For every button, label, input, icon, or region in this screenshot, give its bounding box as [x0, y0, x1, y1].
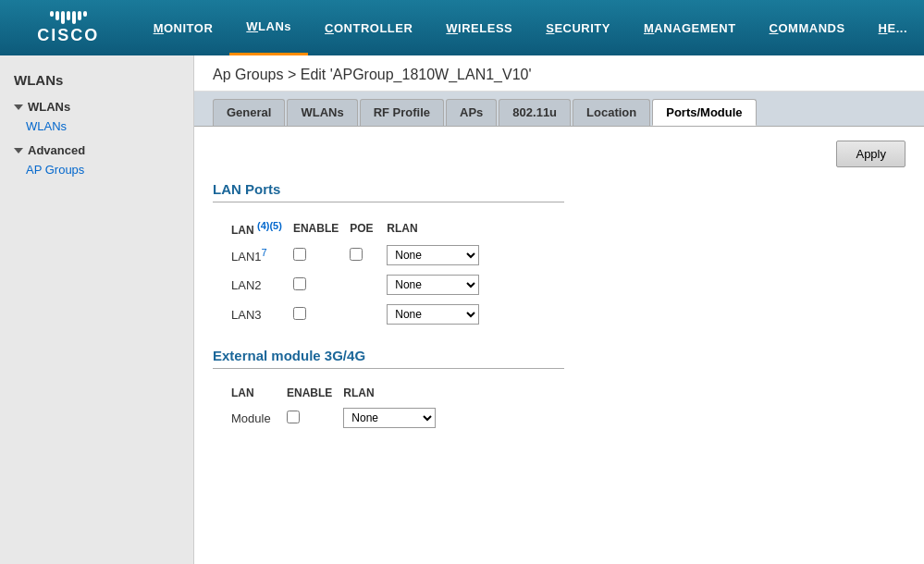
tab-rf-profile[interactable]: RF Profile [360, 99, 444, 126]
poe-cell-lan3 [350, 300, 387, 329]
external-module-section: External module 3G/4G LAN ENABLE RLAN Mo… [213, 348, 906, 433]
col-header-lan: LAN (4)(5) [231, 216, 293, 240]
lan-table-row: LAN3None [231, 300, 490, 329]
lan-footnote-lan1[interactable]: 7 [262, 247, 267, 258]
sidebar-advanced-group[interactable]: Advanced [0, 136, 193, 160]
col-header-poe: POE [350, 216, 387, 240]
lan-label-lan1: LAN17 [231, 240, 293, 270]
enable-cell-lan2 [293, 270, 350, 300]
external-module-divider [213, 368, 564, 369]
ext-enable-checkbox-module[interactable] [287, 411, 300, 423]
enable-cell-lan1 [293, 240, 350, 270]
triangle-icon [14, 104, 23, 110]
lan-ports-tbody: LAN17NoneLAN2NoneLAN3None [231, 240, 490, 329]
ext-col-header-rlan: RLAN [343, 383, 447, 403]
nav-wireless[interactable]: WIRELESS [429, 0, 529, 55]
tabs-bar: General WLANs RF Profile APs 802.11u Loc… [194, 92, 924, 127]
sidebar: WLANs WLANs WLANs Advanced AP Groups [0, 55, 194, 564]
nav-management[interactable]: MANAGEMENT [627, 0, 753, 55]
logo-area: CISCO [0, 0, 137, 55]
nav-security[interactable]: SECURITY [529, 0, 627, 55]
ext-rlan-select-module[interactable]: None [343, 408, 436, 428]
external-module-table: LAN ENABLE RLAN ModuleNone [231, 383, 447, 433]
col-header-enable: ENABLE [293, 216, 350, 240]
ext-rlan-cell-module: None [343, 403, 447, 433]
content-body: Apply LAN Ports LAN (4)(5) ENABLE POE RL… [194, 127, 924, 447]
tab-wlans[interactable]: WLANs [287, 99, 357, 126]
sidebar-wlans-link[interactable]: WLANs [0, 116, 193, 136]
content: Ap Groups > Edit 'APGroup_1810W_LAN1_V10… [194, 55, 924, 564]
lan-label-lan3: LAN3 [231, 300, 293, 329]
poe-cell-lan1 [350, 240, 387, 270]
nav-controller[interactable]: CONTROLLER [308, 0, 429, 55]
rlan-select-lan1[interactable]: None [387, 245, 479, 265]
nav-wlans[interactable]: WLANs [229, 0, 308, 55]
cisco-bars [37, 11, 99, 24]
col-header-rlan: RLAN [387, 216, 490, 240]
lan-table-header-row: LAN (4)(5) ENABLE POE RLAN [231, 216, 490, 240]
external-module-title: External module 3G/4G [213, 348, 906, 363]
ext-table-header-row: LAN ENABLE RLAN [231, 383, 447, 403]
sidebar-wlans-title: WLANs [0, 65, 193, 92]
cisco-text: CISCO [37, 26, 99, 45]
breadcrumb: Ap Groups > Edit 'APGroup_1810W_LAN1_V10… [194, 55, 924, 92]
enable-checkbox-lan1[interactable] [293, 248, 306, 261]
tab-general[interactable]: General [213, 99, 285, 126]
ext-table-row: ModuleNone [231, 403, 447, 433]
poe-checkbox-lan1[interactable] [350, 248, 363, 261]
ext-module-tbody: ModuleNone [231, 403, 447, 433]
enable-checkbox-lan2[interactable] [293, 277, 306, 290]
poe-cell-lan2 [350, 270, 387, 300]
ext-lan-label-module: Module [231, 403, 287, 433]
lan-ports-divider [213, 202, 564, 202]
tab-aps[interactable]: APs [446, 99, 497, 126]
apply-button[interactable]: Apply [836, 141, 906, 167]
nav-monitor[interactable]: MONITOR [137, 0, 230, 55]
lan-ports-title: LAN Ports [213, 181, 906, 197]
enable-checkbox-lan3[interactable] [293, 307, 306, 320]
sidebar-ap-groups-link[interactable]: AP Groups [0, 160, 193, 179]
main-layout: WLANs WLANs WLANs Advanced AP Groups Ap … [0, 55, 924, 564]
lan-footnote-link[interactable]: (4)(5) [257, 220, 282, 231]
ext-col-header-enable: ENABLE [287, 383, 343, 403]
nav-help[interactable]: HE... [862, 0, 924, 55]
triangle-icon-advanced [14, 148, 23, 153]
apply-row: Apply [213, 141, 906, 167]
enable-cell-lan3 [293, 300, 350, 329]
tab-ports-module[interactable]: Ports/Module [652, 99, 756, 126]
rlan-cell-lan1: None [387, 240, 490, 270]
rlan-select-lan2[interactable]: None [387, 275, 479, 295]
sidebar-wlans-group[interactable]: WLANs [0, 92, 193, 116]
nav-commands[interactable]: COMMANDS [753, 0, 862, 55]
lan-table-row: LAN2None [231, 270, 490, 300]
tab-location[interactable]: Location [573, 99, 650, 126]
lan-ports-table: LAN (4)(5) ENABLE POE RLAN LAN17NoneLAN2… [231, 216, 490, 329]
lan-label-lan2: LAN2 [231, 270, 293, 300]
lan-table-row: LAN17None [231, 240, 490, 270]
rlan-select-lan3[interactable]: None [387, 304, 479, 325]
nav-links: MONITOR WLANs CONTROLLER WIRELESS SECURI… [137, 0, 924, 55]
cisco-logo: CISCO [37, 11, 99, 45]
topbar: CISCO MONITOR WLANs CONTROLLER WIRELESS … [0, 0, 924, 55]
rlan-cell-lan3: None [387, 300, 490, 329]
rlan-cell-lan2: None [387, 270, 490, 300]
ext-col-header-lan: LAN [231, 383, 287, 403]
tab-80211u[interactable]: 802.11u [499, 99, 571, 126]
ext-enable-cell-module [287, 403, 343, 433]
